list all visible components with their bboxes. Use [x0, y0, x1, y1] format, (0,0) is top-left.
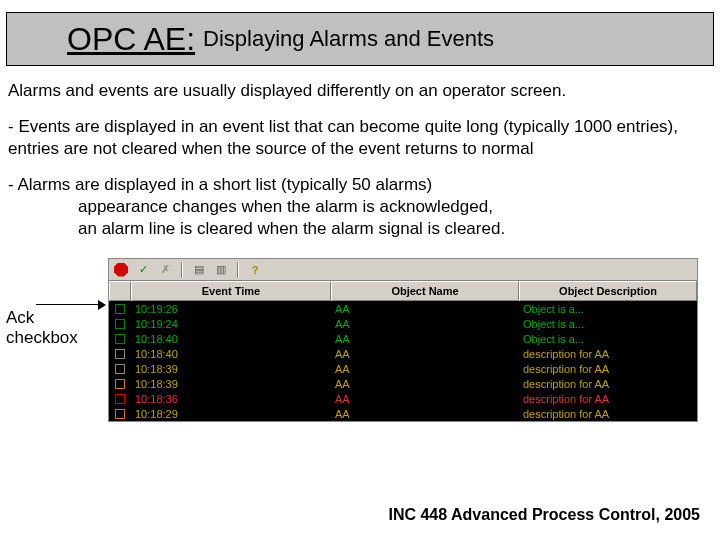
slide-title: OPC AE: Displaying Alarms and Events — [6, 12, 714, 66]
title-main: OPC AE: — [67, 21, 195, 58]
cell-object-name: AA — [331, 333, 519, 345]
table-row[interactable]: 10:19:26AAObject is a... — [109, 301, 697, 316]
cell-object-name: AA — [331, 393, 519, 405]
stop-icon[interactable] — [113, 262, 129, 278]
table-row[interactable]: 10:18:39AAdescription for AA — [109, 376, 697, 391]
paragraph-1: Alarms and events are usually displayed … — [8, 80, 712, 102]
cell-event-time: 10:18:40 — [131, 333, 331, 345]
unack-icon[interactable]: ✗ — [157, 262, 173, 278]
ack-checkbox[interactable] — [109, 319, 131, 329]
table-row[interactable]: 10:19:24AAObject is a... — [109, 316, 697, 331]
cell-object-description: Object is a... — [519, 333, 697, 345]
title-sub: Displaying Alarms and Events — [203, 26, 494, 52]
cell-event-time: 10:18:29 — [131, 408, 331, 420]
table-row[interactable]: 10:18:39AAdescription for AA — [109, 361, 697, 376]
table-row[interactable]: 10:18:40AAObject is a... — [109, 331, 697, 346]
cell-object-name: AA — [331, 408, 519, 420]
cell-object-name: AA — [331, 318, 519, 330]
cell-object-name: AA — [331, 378, 519, 390]
cell-object-description: description for AA — [519, 348, 697, 360]
doc-icon[interactable]: ▤ — [191, 262, 207, 278]
header-object-name: Object Name — [331, 281, 519, 301]
header-object-description: Object Description — [519, 281, 697, 301]
table-row[interactable]: 10:18:36AAdescription for AA — [109, 391, 697, 406]
cell-event-time: 10:18:36 — [131, 393, 331, 405]
ack-check-icon[interactable]: ✓ — [135, 262, 151, 278]
ack-checkbox[interactable] — [109, 349, 131, 359]
cell-event-time: 10:18:39 — [131, 378, 331, 390]
cell-event-time: 10:18:39 — [131, 363, 331, 375]
cell-object-description: description for AA — [519, 393, 697, 405]
ack-checkbox[interactable] — [109, 334, 131, 344]
ack-checkbox[interactable] — [109, 409, 131, 419]
cell-event-time: 10:18:40 — [131, 348, 331, 360]
ack-label: Ack checkbox — [6, 308, 78, 348]
paragraph-3: - Alarms are displayed in a short list (… — [8, 174, 712, 240]
p3-line3: an alarm line is cleared when the alarm … — [78, 218, 712, 240]
p3-line2: appearance changes when the alarm is ack… — [78, 196, 712, 218]
ack-label-line1: Ack — [6, 308, 34, 328]
paragraph-2: - Events are displayed in an event list … — [8, 116, 712, 160]
cell-event-time: 10:19:26 — [131, 303, 331, 315]
toolbar-separator — [237, 262, 239, 278]
cell-object-description: Object is a... — [519, 303, 697, 315]
slide-footer: INC 448 Advanced Process Control, 2005 — [388, 506, 700, 524]
cell-object-description: description for AA — [519, 363, 697, 375]
help-icon[interactable]: ? — [247, 262, 263, 278]
alarm-header-row: Event Time Object Name Object Descriptio… — [109, 281, 697, 301]
toolbar-separator — [181, 262, 183, 278]
cell-object-description: Object is a... — [519, 318, 697, 330]
cell-object-name: AA — [331, 363, 519, 375]
alarm-rows: 10:19:26AAObject is a...10:19:24AAObject… — [109, 301, 697, 421]
ack-label-line2: checkbox — [6, 328, 78, 348]
table-row[interactable]: 10:18:40AAdescription for AA — [109, 346, 697, 361]
cell-object-description: description for AA — [519, 408, 697, 420]
book-icon[interactable]: ▥ — [213, 262, 229, 278]
header-checkbox-col — [109, 281, 131, 301]
ack-checkbox[interactable] — [109, 304, 131, 314]
alarm-list-panel: ✓ ✗ ▤ ▥ ? Event Time Object Name Object … — [108, 258, 698, 422]
ack-checkbox[interactable] — [109, 394, 131, 404]
ack-checkbox[interactable] — [109, 364, 131, 374]
cell-object-name: AA — [331, 348, 519, 360]
p3-line1: - Alarms are displayed in a short list (… — [8, 175, 432, 194]
header-event-time: Event Time — [131, 281, 331, 301]
cell-object-description: description for AA — [519, 378, 697, 390]
ack-checkbox[interactable] — [109, 379, 131, 389]
alarm-toolbar: ✓ ✗ ▤ ▥ ? — [109, 259, 697, 281]
cell-event-time: 10:19:24 — [131, 318, 331, 330]
cell-object-name: AA — [331, 303, 519, 315]
table-row[interactable]: 10:18:29AAdescription for AA — [109, 406, 697, 421]
